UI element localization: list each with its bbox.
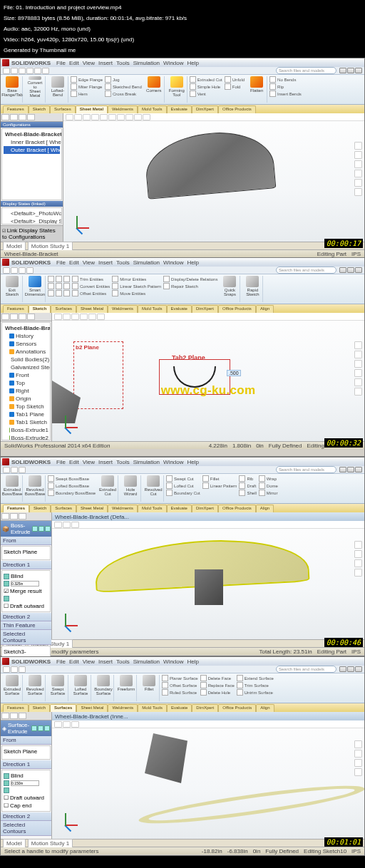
tab-office-products[interactable]: Office Products — [218, 704, 256, 712]
rapid-sketch-button[interactable]: Rapid Sketch — [245, 276, 260, 297]
pm-thin-feature-section[interactable]: Thin Feature — [1, 621, 51, 630]
tab-sheet-metal[interactable]: Sheet Metal — [76, 105, 108, 113]
menu-window[interactable]: Window — [163, 658, 183, 665]
tab-features[interactable]: Features — [3, 305, 29, 313]
pm-from-section[interactable]: From — [1, 736, 51, 745]
menu-help[interactable]: Help — [187, 658, 199, 665]
zoom-fit-icon[interactable] — [66, 114, 73, 120]
tab-dimxpert[interactable]: DimXpert — [192, 305, 218, 313]
revolved-boss-button[interactable]: Revolved Boss/Base — [27, 475, 43, 497]
display-states-header[interactable]: Display States (linked) — [1, 201, 63, 207]
minimize-icon[interactable] — [339, 267, 346, 273]
graphics-viewport[interactable] — [63, 113, 364, 242]
help-icon[interactable] — [44, 725, 50, 731]
menu-file[interactable]: File — [56, 259, 66, 266]
fold-icon[interactable] — [225, 83, 231, 90]
tab-weldments[interactable]: Weldments — [108, 305, 138, 313]
design-library-icon[interactable] — [354, 750, 362, 758]
view-palette-icon[interactable] — [354, 170, 362, 177]
point-icon[interactable] — [63, 283, 70, 289]
file-explorer-icon[interactable] — [354, 559, 362, 567]
view-orientation-icon[interactable] — [63, 522, 71, 528]
help-icon[interactable] — [45, 526, 51, 532]
property-tab-icon[interactable] — [10, 314, 18, 320]
model-tab[interactable]: Model — [3, 242, 26, 250]
rip-icon[interactable] — [269, 83, 276, 90]
menu-view[interactable]: View — [83, 459, 95, 465]
feature-tree[interactable]: Wheel-Blade-Bracket Configuration(s) Inn… — [1, 128, 62, 200]
depth-input[interactable] — [11, 581, 39, 587]
lofted-boss-icon[interactable] — [48, 482, 54, 489]
polygon-icon[interactable] — [63, 290, 70, 296]
close-icon[interactable] — [355, 267, 362, 273]
boundary-surface-button[interactable]: Boundary Surface — [96, 675, 111, 696]
open-icon[interactable] — [11, 267, 18, 274]
menu-edit[interactable]: Edit — [69, 459, 79, 465]
untrim-surface-icon[interactable] — [237, 689, 243, 696]
display-style-icon[interactable] — [71, 721, 79, 728]
menu-insert[interactable]: Insert — [98, 60, 113, 66]
mirror-icon[interactable] — [112, 276, 118, 282]
tab-weldments[interactable]: Weldments — [108, 505, 138, 512]
draft-icon[interactable] — [4, 596, 9, 601]
base-flange-button[interactable]: Base Flange/Tab — [4, 76, 20, 98]
trim-surface-icon[interactable] — [237, 682, 243, 688]
corners-button[interactable]: Corners — [146, 76, 162, 98]
ruled-surface-icon[interactable] — [162, 689, 168, 696]
tab-sheet-metal[interactable]: Sheet Metal — [76, 305, 108, 313]
dimxpert-tab-icon[interactable] — [27, 314, 35, 320]
end-condition-dropdown[interactable]: Blind — [11, 773, 24, 779]
shell-icon[interactable] — [239, 490, 245, 496]
delete-face-icon[interactable] — [200, 675, 207, 681]
config-tab-icon[interactable] — [19, 114, 26, 120]
section-view-icon[interactable] — [91, 114, 99, 120]
zoom-area-icon[interactable] — [63, 314, 71, 320]
tab-office-products[interactable]: Office Products — [218, 305, 256, 313]
hide-show-icon[interactable] — [97, 314, 105, 320]
design-library-icon[interactable] — [354, 550, 362, 558]
appearances-icon[interactable] — [354, 378, 362, 386]
menu-file[interactable]: File — [56, 60, 66, 66]
pm-direction2-section[interactable]: Direction 2 — [1, 613, 51, 621]
tab-dimxpert[interactable]: DimXpert — [192, 505, 218, 512]
tab-sketch[interactable]: Sketch — [29, 704, 50, 712]
lofted-surface-button[interactable]: Lofted Surface — [73, 675, 88, 696]
hide-show-icon[interactable] — [117, 114, 125, 120]
flatten-button[interactable]: Flatten — [249, 76, 264, 98]
config-tab-icon[interactable] — [19, 513, 26, 520]
boundary-boss-icon[interactable] — [48, 490, 54, 496]
pattern-icon[interactable] — [112, 283, 118, 289]
tab-mold-tools[interactable]: Mold Tools — [138, 105, 167, 113]
menu-window[interactable]: Window — [163, 459, 183, 465]
tab-surfaces[interactable]: Surfaces — [51, 505, 76, 512]
display-style-icon[interactable] — [88, 314, 96, 320]
fillet-icon[interactable] — [202, 475, 209, 482]
feature-tree-tab-icon[interactable] — [1, 713, 9, 719]
extend-surface-icon[interactable] — [237, 675, 243, 681]
dimxpert-tab-icon[interactable] — [27, 114, 35, 120]
simple-hole-icon[interactable] — [190, 83, 196, 90]
move-icon[interactable] — [112, 290, 118, 296]
offset-surface-icon[interactable] — [162, 682, 168, 688]
previous-view-icon[interactable] — [83, 114, 91, 120]
section-view-icon[interactable] — [71, 314, 79, 320]
save-icon[interactable] — [19, 68, 26, 74]
tab-evaluate[interactable]: Evaluate — [167, 305, 192, 313]
menu-simulation[interactable]: Simulation — [133, 459, 160, 465]
pm-from-dropdown[interactable]: Sketch Plane — [4, 549, 37, 555]
design-library-icon[interactable] — [354, 351, 362, 358]
maximize-icon[interactable] — [347, 68, 354, 73]
menu-file[interactable]: File — [56, 459, 66, 465]
forming-tool-button[interactable]: Forming Tool — [169, 76, 185, 98]
extruded-boss-button[interactable]: Extruded Boss/Base — [4, 475, 20, 497]
pm-selected-contours-section[interactable]: Selected Contours — [1, 630, 51, 645]
link-configs-checkbox[interactable]: ☑ Link Display States to Configurations — [1, 225, 63, 242]
pm-from-dropdown[interactable]: Sketch Plane — [4, 748, 37, 755]
appearances-icon[interactable] — [354, 768, 362, 776]
offset-icon[interactable] — [72, 290, 78, 296]
open-icon[interactable] — [11, 467, 18, 473]
tab-office-products[interactable]: Office Products — [218, 505, 256, 512]
pm-direction1-section[interactable]: Direction 1 — [1, 760, 51, 769]
tab-sketch[interactable]: Sketch — [29, 305, 51, 313]
menu-edit[interactable]: Edit — [69, 259, 79, 266]
